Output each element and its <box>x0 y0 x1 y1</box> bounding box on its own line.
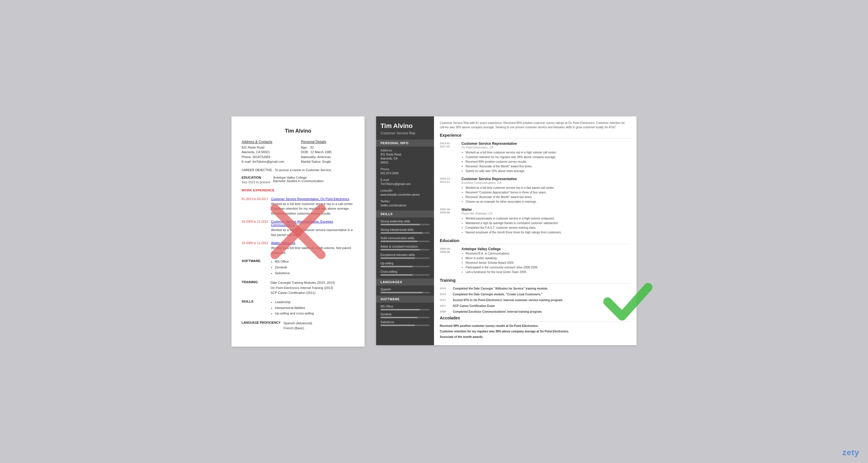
lang-1: Spanish <box>376 288 434 296</box>
skill-item-2: Interpersonal Abilities <box>275 306 314 311</box>
training-4-year: 2011 <box>440 304 450 308</box>
skills-bullets: Leadership Interpersonal Abilities Up-se… <box>271 300 314 316</box>
skill-6-bar <box>380 266 430 267</box>
exp-job-3-date: 2005-06 -2009-09 <box>440 208 459 235</box>
accolade-3-text: Associate of the month awards. <box>440 335 631 339</box>
exp-job-2-title: Customer Service Representative <box>462 177 631 181</box>
soft-1-fill <box>380 309 420 310</box>
twitter-label: Twitter <box>376 200 434 204</box>
skill-2: Strong interpersonal skills. <box>376 228 434 237</box>
exp-job-1-company: On Point Electronics, CA <box>462 146 631 149</box>
exp-job-1: 2013-01 -2017-03 Customer Service Repres… <box>440 142 631 173</box>
edu-item-1-date: 2005-09 -2009-05 <box>440 247 459 274</box>
left-personal-col: Personal Details Age: 32DOB: 12 March 19… <box>301 140 354 164</box>
exp-job-3-bullet-3: Completed the F.A.S.T. customer service … <box>466 226 631 230</box>
language-text: Spanish (Advanced)French (Basic) <box>283 321 312 331</box>
edu-school-1: Antelope Valley College <box>462 247 631 251</box>
exp-job-2-bullet-2: Received "Customer Appreciation" bonus i… <box>466 190 631 195</box>
sidebar-name: Tim Alvino <box>376 122 434 131</box>
job-1-title: Customer Service Representative, On Poin… <box>271 197 354 201</box>
exp-job-2-bullets: Worked as a full time customer service r… <box>462 185 631 204</box>
linkedin-value: www.linkedin.com/in/tim-alvino <box>376 193 434 200</box>
job-1: 01-2013 to 03-2017 Customer Service Repr… <box>242 197 354 216</box>
language-label: LANGUAGE PROFICIENCY <box>242 321 281 324</box>
exp-job-3-company: Pizza Hut, Antelope, CA <box>462 212 631 215</box>
software-label-col: SOFTWARE <box>242 259 268 276</box>
training-4-text: SCP Career Certification Exam <box>453 304 495 308</box>
exp-job-1-title: Customer Service Representative <box>462 142 631 146</box>
summary-text: Customer Service Rep with 8+ years exper… <box>440 121 631 129</box>
skill-1-fill <box>380 224 420 225</box>
job-1-desc: Worked as a full time customer service r… <box>271 202 354 216</box>
job-3-desc: Worked as a full time waiter at a high-v… <box>271 245 354 255</box>
soft-3: Salesforce <box>376 321 434 328</box>
job-1-content: Customer Service Representative, On Poin… <box>271 197 354 216</box>
personal-info-section-title: Personal Info <box>376 140 434 146</box>
education-col: EDUCATION Sep 2015 to present <box>242 176 270 184</box>
sidebar-subtitle: Customer Service Rep <box>376 131 434 140</box>
skill-2-label: Strong interpersonal skills. <box>380 228 430 231</box>
edu-bullet-1: Received B.A. in Communications. <box>466 251 631 256</box>
edu-bullet-2: Minor in public speaking. <box>466 256 631 260</box>
accolade-3: Associate of the month awards. <box>440 335 631 339</box>
software-section: SOFTWARE MS Office Zendesk Salesforce <box>242 259 354 276</box>
edu-bullet-3: Received Senior Scholar Award 2009. <box>466 261 631 265</box>
training-text: Dale Carnegie Training Modules (2015, 20… <box>271 280 335 296</box>
accolade-2-text: Customer retention for my regulars was 3… <box>440 330 631 333</box>
software-list: MS Office Zendesk Salesforce <box>271 259 290 276</box>
twitter-value: twitter.com/timalvino <box>376 204 434 210</box>
job-3-title: Waiter, Pizza Hut <box>271 241 354 245</box>
left-resume-name: Tim Alvino <box>242 128 354 134</box>
training-1: 2015 Completed the Dale Carnegie "Attitu… <box>440 287 631 291</box>
software-item-2: Zendesk <box>275 265 290 270</box>
edu-bullet-4: Participated in the community outreach d… <box>466 265 631 269</box>
skill-3: Solid communication skills. <box>376 237 434 245</box>
languages-section-title: Languages <box>376 279 434 286</box>
exp-job-2-bullet-3: Received "Associate of the Month" award … <box>466 195 631 199</box>
skill-2-bar <box>380 232 430 234</box>
address-label: Address <box>376 149 434 153</box>
edu-item-1-content: Antelope Valley College Received B.A. in… <box>462 247 631 274</box>
skill-5-fill <box>380 257 415 259</box>
left-contact-col: Address & Contacts 831 Rasle RoadAlameda… <box>242 140 295 164</box>
job-2-content: Customer Service Representative, Excelsi… <box>271 220 354 237</box>
experience-title: Experience <box>440 133 631 139</box>
skill-7: Cross-selling <box>376 270 434 279</box>
contact-info: 831 Rasle RoadAlameda, CA 94501Phone: 50… <box>242 145 295 164</box>
job-3-content: Waiter, Pizza Hut Worked as a full time … <box>271 241 354 255</box>
job-3: 10-2009 to 11-2012 Waiter, Pizza Hut Wor… <box>242 241 354 255</box>
edu-bullets-1: Received B.A. in Communications. Minor i… <box>462 251 631 274</box>
phone-value: 501-873-2669 <box>376 171 434 178</box>
skill-6-label: Up-selling <box>380 262 430 265</box>
exp-job-2-bullet-4: Chosen as an example for other associate… <box>466 200 631 204</box>
skill-4-label: Adept at complaint resolution. <box>380 245 430 248</box>
training-5-text: Completed Excelsior Communications' inte… <box>453 310 542 314</box>
soft-3-label: Salesforce <box>380 321 430 324</box>
training-5-year: 2009 <box>440 310 450 314</box>
resume-main-content: Customer Service Rep with 8+ years exper… <box>434 116 637 345</box>
training-label: TRAINING <box>242 280 268 284</box>
career-text: To pursue a career in Customer Service. <box>275 168 354 172</box>
exp-job-2-company: Excelsior Communications, CA <box>462 181 631 184</box>
training-2-year: 2014 <box>440 292 450 296</box>
exp-job-2-content: Customer Service Representative Excelsio… <box>462 177 631 204</box>
linkedin-label: LinkedIn <box>376 189 434 193</box>
software-section-title: Software <box>376 296 434 302</box>
exp-job-2: 2009-10 -2012-11 Customer Service Repres… <box>440 177 631 204</box>
software-item-3: Salesforce <box>275 271 290 276</box>
personal-label: Personal Details <box>301 140 354 144</box>
address-value: 831 Rasle RoadAlameda, CA94501 <box>376 153 434 168</box>
skill-7-fill <box>380 274 412 276</box>
exp-job-1-bullet-5: Speed on calls was 10% above team averag… <box>466 169 631 173</box>
contact-label: Address & Contacts <box>242 140 295 144</box>
education-text: Antelope Valley College Bachelor Studies… <box>273 176 354 184</box>
soft-3-fill <box>380 325 415 326</box>
work-header: WORK EXPERIENCE <box>242 189 354 193</box>
skills-label: SKILLS <box>242 300 268 303</box>
skill-7-bar <box>380 274 430 276</box>
job-3-date: 10-2009 to 11-2012 <box>242 241 268 255</box>
skill-5-bar <box>380 257 430 259</box>
soft-2-bar <box>380 317 430 318</box>
soft-1: MS Office <box>376 305 434 313</box>
language-label-col: LANGUAGE PROFICIENCY <box>242 321 281 331</box>
